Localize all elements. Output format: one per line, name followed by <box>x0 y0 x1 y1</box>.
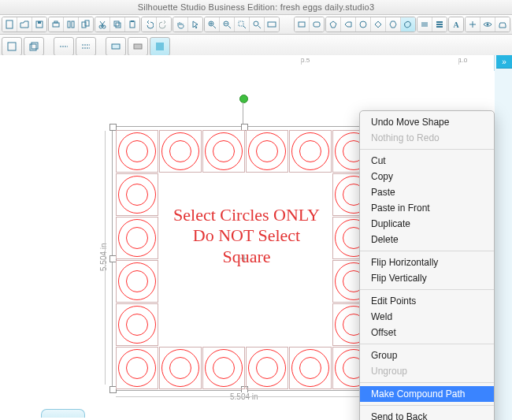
lines-icon[interactable] <box>417 17 432 32</box>
menu-compound[interactable]: Make Compound Path <box>360 386 494 402</box>
bars-icon[interactable] <box>432 17 447 32</box>
svg-point-18 <box>254 21 258 26</box>
blob-icon[interactable] <box>401 17 415 32</box>
svg-point-22 <box>360 21 366 28</box>
svg-point-23 <box>487 24 489 26</box>
svg-rect-2 <box>38 21 41 24</box>
svg-rect-6 <box>72 21 74 28</box>
shape-circle[interactable] <box>246 347 288 389</box>
menu-edit-points[interactable]: Edit Points <box>360 293 494 309</box>
shape-circle[interactable] <box>246 130 288 173</box>
menu-send-back[interactable]: Send to Back <box>360 409 494 420</box>
menu-copy[interactable]: Copy <box>360 169 494 184</box>
file-open-icon[interactable] <box>17 17 32 32</box>
cut-icon[interactable] <box>95 17 110 32</box>
svg-rect-20 <box>299 22 305 27</box>
shade-icon[interactable] <box>150 37 170 56</box>
zoom-sel-icon[interactable] <box>235 17 250 32</box>
menu-paste[interactable]: Paste <box>360 184 494 200</box>
ruler-vertical <box>0 71 18 420</box>
perf-icon[interactable] <box>106 37 126 56</box>
menu-duplicate[interactable]: Duplicate <box>360 216 494 232</box>
svg-rect-21 <box>314 22 320 27</box>
rect-icon[interactable] <box>295 17 310 32</box>
shape-circle[interactable] <box>116 260 158 303</box>
diamond-icon[interactable] <box>371 17 386 32</box>
zoom-fit-icon[interactable] <box>265 17 279 32</box>
library-icon[interactable] <box>64 17 79 32</box>
page-tab[interactable] <box>41 409 85 418</box>
rotate-handle[interactable] <box>239 95 248 103</box>
zoom-in-icon[interactable] <box>205 17 220 32</box>
svg-rect-4 <box>54 21 58 23</box>
cutline2-icon[interactable] <box>76 37 96 56</box>
menu-undo[interactable]: Undo Move Shape <box>360 114 494 130</box>
svg-rect-13 <box>130 21 135 28</box>
eye-icon[interactable] <box>480 17 495 32</box>
svg-rect-5 <box>68 21 70 28</box>
svg-rect-19 <box>268 22 276 27</box>
file-save-icon[interactable] <box>32 17 46 32</box>
svg-rect-29 <box>156 43 164 50</box>
rotate-stem <box>243 102 243 126</box>
print-icon[interactable] <box>49 17 64 32</box>
dim-width-line <box>116 396 368 398</box>
undo-icon[interactable] <box>142 17 157 32</box>
menu-offset[interactable]: Offset <box>360 325 494 340</box>
shape-circle[interactable] <box>116 217 158 259</box>
copy-icon[interactable] <box>110 17 125 32</box>
menu-weld[interactable]: Weld <box>360 309 494 325</box>
shape-circle[interactable] <box>202 130 245 173</box>
cutline-icon[interactable] <box>54 37 74 56</box>
hexagon-icon[interactable] <box>386 17 401 32</box>
menu-ungroup: Ungroup <box>360 363 494 379</box>
dim-height-line <box>105 131 106 385</box>
shape-circle[interactable] <box>159 347 202 389</box>
shape-circle[interactable] <box>159 130 202 173</box>
menu-flip-h[interactable]: Flip Horizontally <box>360 255 494 270</box>
menu-cut[interactable]: Cut <box>360 153 494 169</box>
snap-icon[interactable] <box>466 17 480 32</box>
zoom-drag-icon[interactable] <box>250 17 265 32</box>
svg-rect-14 <box>131 20 134 22</box>
svg-rect-0 <box>6 20 13 28</box>
shape-circle[interactable] <box>116 130 158 173</box>
expand-panel-icon[interactable]: » <box>496 55 512 69</box>
round-rect-icon[interactable] <box>310 17 324 32</box>
svg-rect-24 <box>8 43 16 50</box>
svg-rect-12 <box>116 23 121 28</box>
shape-circle[interactable] <box>116 347 158 389</box>
ruler-horizontal: 0.5 1.0 <box>17 55 495 72</box>
text-icon[interactable]: A <box>449 17 463 32</box>
perf2-icon[interactable] <box>128 37 148 56</box>
zoom-out-icon[interactable] <box>220 17 235 32</box>
panel-strip: » <box>494 55 512 420</box>
paste-icon[interactable] <box>125 17 139 32</box>
arrow-left-icon[interactable] <box>341 17 356 32</box>
multi-page-icon[interactable] <box>79 17 93 32</box>
shape-circle[interactable] <box>202 347 245 389</box>
svg-rect-28 <box>134 44 142 49</box>
arrow-icon[interactable] <box>188 17 202 32</box>
shape-circle[interactable] <box>289 347 332 389</box>
svg-rect-27 <box>112 44 120 49</box>
hand-icon[interactable] <box>173 17 188 32</box>
menu-delete[interactable]: Delete <box>360 232 494 247</box>
store-icon[interactable] <box>495 17 510 32</box>
shape-circle[interactable] <box>116 303 158 346</box>
redo-icon[interactable] <box>157 17 171 32</box>
svg-rect-25 <box>30 44 36 50</box>
menu-paste-front[interactable]: Paste in Front <box>360 200 494 216</box>
svg-rect-3 <box>53 23 59 27</box>
mat-icon[interactable] <box>2 37 22 56</box>
annotation-text: Select Circles ONLY Do NOT Select Square <box>164 205 329 267</box>
window-title: Silhouette Studio Business Edition: fres… <box>0 0 512 15</box>
shape-circle[interactable] <box>289 130 332 173</box>
stack-icon[interactable] <box>24 37 44 56</box>
file-new-icon[interactable] <box>2 17 17 32</box>
shape-circle[interactable] <box>116 173 158 216</box>
ellipse-icon[interactable] <box>356 17 371 32</box>
menu-group[interactable]: Group <box>360 348 494 363</box>
pentagon-icon[interactable] <box>326 17 341 32</box>
menu-flip-v[interactable]: Flip Vertically <box>360 270 494 286</box>
